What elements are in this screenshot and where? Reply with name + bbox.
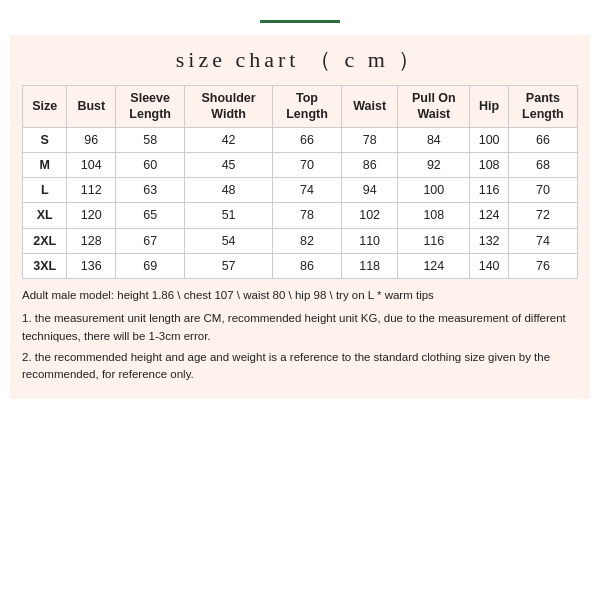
table-cell: 54: [185, 228, 273, 253]
table-cell: 116: [398, 228, 470, 253]
table-cell: 76: [508, 253, 577, 278]
table-cell: 74: [272, 178, 341, 203]
table-cell: 100: [398, 178, 470, 203]
table-cell: 124: [470, 203, 508, 228]
col-header: Waist: [342, 86, 398, 128]
col-header: Sleeve Length: [116, 86, 185, 128]
table-cell: 132: [470, 228, 508, 253]
notes-section: Adult male model: height 1.86 \ chest 10…: [22, 287, 578, 383]
table-cell: 136: [67, 253, 116, 278]
table-cell: 84: [398, 127, 470, 152]
table-row: XL12065517810210812472: [23, 203, 578, 228]
table-cell: 128: [67, 228, 116, 253]
col-header: Size: [23, 86, 67, 128]
table-cell: 70: [508, 178, 577, 203]
table-cell: 116: [470, 178, 508, 203]
table-cell: 78: [272, 203, 341, 228]
note-2: 2. the recommended height and age and we…: [22, 349, 578, 384]
note-1: 1. the measurement unit length are CM, r…: [22, 310, 578, 345]
table-cell: XL: [23, 203, 67, 228]
size-table: SizeBustSleeve LengthShoulder WidthTop L…: [22, 85, 578, 279]
table-cell: 124: [398, 253, 470, 278]
table-cell: 66: [508, 127, 577, 152]
table-cell: 72: [508, 203, 577, 228]
table-cell: 108: [398, 203, 470, 228]
col-header: Pants Length: [508, 86, 577, 128]
table-cell: 2XL: [23, 228, 67, 253]
table-row: S96584266788410066: [23, 127, 578, 152]
col-header: Hip: [470, 86, 508, 128]
table-cell: 94: [342, 178, 398, 203]
table-cell: 58: [116, 127, 185, 152]
col-header: Shoulder Width: [185, 86, 273, 128]
table-cell: 86: [272, 253, 341, 278]
table-cell: 45: [185, 152, 273, 177]
table-cell: 51: [185, 203, 273, 228]
size-chart-container: size chart （ c m ） SizeBustSleeve Length…: [10, 35, 590, 399]
table-cell: 70: [272, 152, 341, 177]
accent-line: [260, 20, 340, 23]
table-row: L1126348749410011670: [23, 178, 578, 203]
table-cell: 120: [67, 203, 116, 228]
col-header: Bust: [67, 86, 116, 128]
table-cell: 100: [470, 127, 508, 152]
table-cell: 78: [342, 127, 398, 152]
table-cell: 108: [470, 152, 508, 177]
model-info: Adult male model: height 1.86 \ chest 10…: [22, 287, 578, 304]
col-header: Pull On Waist: [398, 86, 470, 128]
col-header: Top Length: [272, 86, 341, 128]
table-cell: 63: [116, 178, 185, 203]
table-cell: M: [23, 152, 67, 177]
table-cell: 140: [470, 253, 508, 278]
table-cell: 102: [342, 203, 398, 228]
table-cell: 57: [185, 253, 273, 278]
table-cell: S: [23, 127, 67, 152]
table-cell: 112: [67, 178, 116, 203]
table-row: M104604570869210868: [23, 152, 578, 177]
table-cell: 66: [272, 127, 341, 152]
table-cell: 86: [342, 152, 398, 177]
table-cell: 104: [67, 152, 116, 177]
table-cell: L: [23, 178, 67, 203]
table-row: 3XL13669578611812414076: [23, 253, 578, 278]
table-cell: 69: [116, 253, 185, 278]
table-row: 2XL12867548211011613274: [23, 228, 578, 253]
table-cell: 68: [508, 152, 577, 177]
table-cell: 3XL: [23, 253, 67, 278]
table-cell: 60: [116, 152, 185, 177]
chart-title: size chart （ c m ）: [22, 45, 578, 75]
table-cell: 48: [185, 178, 273, 203]
table-cell: 118: [342, 253, 398, 278]
table-cell: 92: [398, 152, 470, 177]
table-cell: 42: [185, 127, 273, 152]
table-cell: 110: [342, 228, 398, 253]
table-cell: 74: [508, 228, 577, 253]
table-cell: 65: [116, 203, 185, 228]
table-cell: 82: [272, 228, 341, 253]
table-cell: 67: [116, 228, 185, 253]
table-cell: 96: [67, 127, 116, 152]
